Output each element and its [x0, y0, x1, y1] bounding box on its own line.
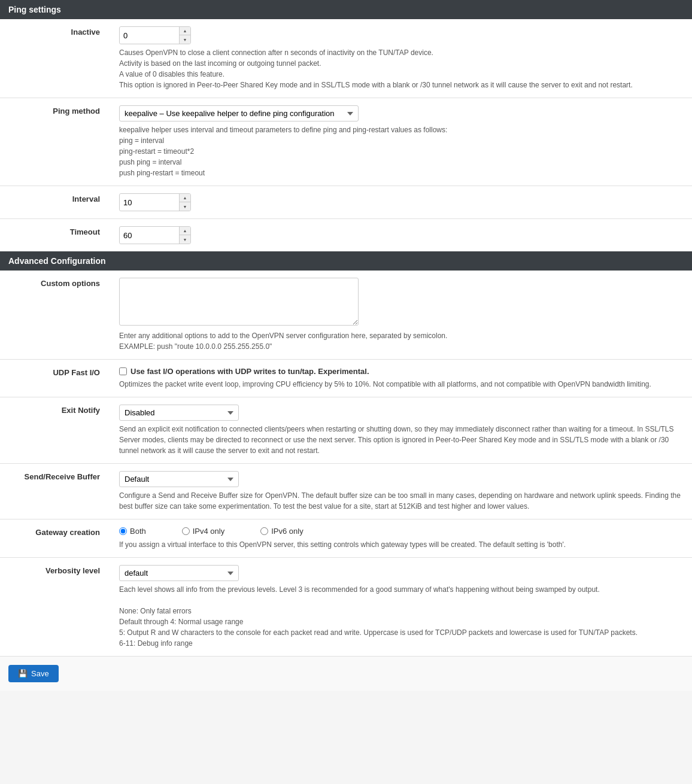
ping-settings-table: Inactive ▲ ▼ Causes OpenVPN to close a c… — [0, 19, 692, 251]
timeout-label: Timeout — [0, 219, 111, 252]
advanced-config-table: Custom options Enter any additional opti… — [0, 271, 692, 656]
advanced-config-header: Advanced Configuration — [0, 251, 692, 271]
timeout-control: ▲ ▼ — [111, 219, 692, 252]
advanced-config-title: Advanced Configuration — [8, 256, 106, 266]
gateway-ipv6-radio-label[interactable]: IPv6 only — [260, 527, 303, 536]
custom-options-textarea[interactable] — [119, 278, 359, 326]
exit-notify-help: Send an explicit exit notification to co… — [119, 424, 684, 456]
gateway-creation-help: If you assign a virtual interface to thi… — [119, 539, 684, 550]
save-label: Save — [31, 669, 49, 678]
interval-spin-up[interactable]: ▲ — [180, 194, 190, 202]
gateway-creation-label: Gateway creation — [0, 519, 111, 558]
udp-fast-io-label: UDP Fast I/O — [0, 360, 111, 397]
ping-settings-header: Ping settings — [0, 0, 692, 19]
inactive-help: Causes OpenVPN to close a client connect… — [119, 47, 684, 90]
inactive-spin-up[interactable]: ▲ — [180, 27, 190, 35]
timeout-spin-down[interactable]: ▼ — [180, 235, 190, 244]
save-icon: 💾 — [18, 669, 28, 678]
ping-method-control: keepalive – Use keepalive helper to defi… — [111, 98, 692, 186]
timeout-input-wrap: ▲ ▼ — [119, 226, 191, 244]
interval-row: Interval ▲ ▼ — [0, 186, 692, 219]
custom-options-row: Custom options Enter any additional opti… — [0, 271, 692, 360]
verbosity-level-select[interactable]: default 0 1 2 3 4 5 6 11 — [119, 565, 239, 581]
inactive-input-wrap: ▲ ▼ — [119, 26, 191, 44]
verbosity-level-help: Each level shows all info from the previ… — [119, 584, 684, 649]
timeout-spin-up[interactable]: ▲ — [180, 227, 190, 235]
ping-method-help: keepalive helper uses interval and timeo… — [119, 124, 684, 178]
verbosity-level-row: Verbosity level default 0 1 2 3 4 5 6 11 — [0, 558, 692, 657]
interval-input[interactable] — [120, 194, 179, 211]
timeout-spin-col: ▲ ▼ — [179, 227, 190, 244]
verbosity-level-label: Verbosity level — [0, 558, 111, 657]
send-receive-buffer-label: Send/Receive Buffer — [0, 464, 111, 519]
inactive-control: ▲ ▼ Causes OpenVPN to close a client con… — [111, 19, 692, 98]
udp-fast-io-checkbox-label[interactable]: Use fast I/O operations with UDP writes … — [119, 367, 684, 376]
custom-options-help: Enter any additional options to add to t… — [119, 330, 684, 352]
gateway-ipv4-radio[interactable] — [182, 527, 190, 535]
send-receive-buffer-row: Send/Receive Buffer Default 512 KiB 1 Mi… — [0, 464, 692, 519]
save-button[interactable]: 💾 Save — [8, 665, 59, 682]
interval-spin-col: ▲ ▼ — [179, 194, 190, 211]
udp-fast-io-control: Use fast I/O operations with UDP writes … — [111, 360, 692, 397]
interval-label: Interval — [0, 186, 111, 219]
inactive-label: Inactive — [0, 19, 111, 98]
gateway-ipv6-text: IPv6 only — [271, 527, 303, 536]
send-receive-buffer-help: Configure a Send and Receive Buffer size… — [119, 490, 684, 512]
gateway-ipv6-radio[interactable] — [260, 527, 268, 535]
timeout-input[interactable] — [120, 227, 179, 244]
send-receive-buffer-select[interactable]: Default 512 KiB 1 MiB 2 MiB — [119, 471, 239, 487]
timeout-row: Timeout ▲ ▼ — [0, 219, 692, 252]
udp-fast-io-help: Optimizes the packet write event loop, i… — [119, 379, 684, 390]
udp-fast-io-checkbox-text: Use fast I/O operations with UDP writes … — [130, 367, 369, 376]
ping-method-label: Ping method — [0, 98, 111, 186]
exit-notify-control: Disabled 1 2 Send an explicit exit notif… — [111, 397, 692, 464]
gateway-ipv4-text: IPv4 only — [193, 527, 224, 536]
exit-notify-row: Exit Notify Disabled 1 2 Send an explici… — [0, 397, 692, 464]
ping-settings-title: Ping settings — [8, 5, 61, 14]
inactive-spin-down[interactable]: ▼ — [180, 35, 190, 44]
interval-spin-down[interactable]: ▼ — [180, 202, 190, 211]
gateway-ipv4-radio-label[interactable]: IPv4 only — [182, 527, 224, 536]
inactive-row: Inactive ▲ ▼ Causes OpenVPN to close a c… — [0, 19, 692, 98]
gateway-both-text: Both — [130, 527, 146, 536]
custom-options-label: Custom options — [0, 271, 111, 360]
verbosity-level-control: default 0 1 2 3 4 5 6 11 Each level show… — [111, 558, 692, 657]
send-receive-buffer-control: Default 512 KiB 1 MiB 2 MiB Configure a … — [111, 464, 692, 519]
save-bar: 💾 Save — [0, 656, 692, 691]
gateway-creation-radio-group: Both IPv4 only IPv6 only — [119, 527, 684, 536]
interval-control: ▲ ▼ — [111, 186, 692, 219]
gateway-both-radio[interactable] — [119, 527, 127, 535]
inactive-input[interactable] — [120, 27, 179, 44]
ping-settings-section: Ping settings Inactive ▲ ▼ Causes OpenVP… — [0, 0, 692, 251]
page-wrapper: Ping settings Inactive ▲ ▼ Causes OpenVP… — [0, 0, 692, 691]
advanced-config-section: Advanced Configuration Custom options En… — [0, 251, 692, 656]
udp-fast-io-checkbox[interactable] — [119, 367, 127, 375]
exit-notify-label: Exit Notify — [0, 397, 111, 464]
inactive-spin-col: ▲ ▼ — [179, 27, 190, 44]
ping-method-row: Ping method keepalive – Use keepalive he… — [0, 98, 692, 186]
gateway-both-radio-label[interactable]: Both — [119, 527, 146, 536]
custom-options-control: Enter any additional options to add to t… — [111, 271, 692, 360]
interval-input-wrap: ▲ ▼ — [119, 193, 191, 211]
udp-fast-io-row: UDP Fast I/O Use fast I/O operations wit… — [0, 360, 692, 397]
gateway-creation-row: Gateway creation Both IPv4 only — [0, 519, 692, 558]
ping-method-select[interactable]: keepalive – Use keepalive helper to defi… — [119, 105, 359, 121]
exit-notify-select[interactable]: Disabled 1 2 — [119, 405, 239, 421]
gateway-creation-control: Both IPv4 only IPv6 only If you assign a… — [111, 519, 692, 558]
